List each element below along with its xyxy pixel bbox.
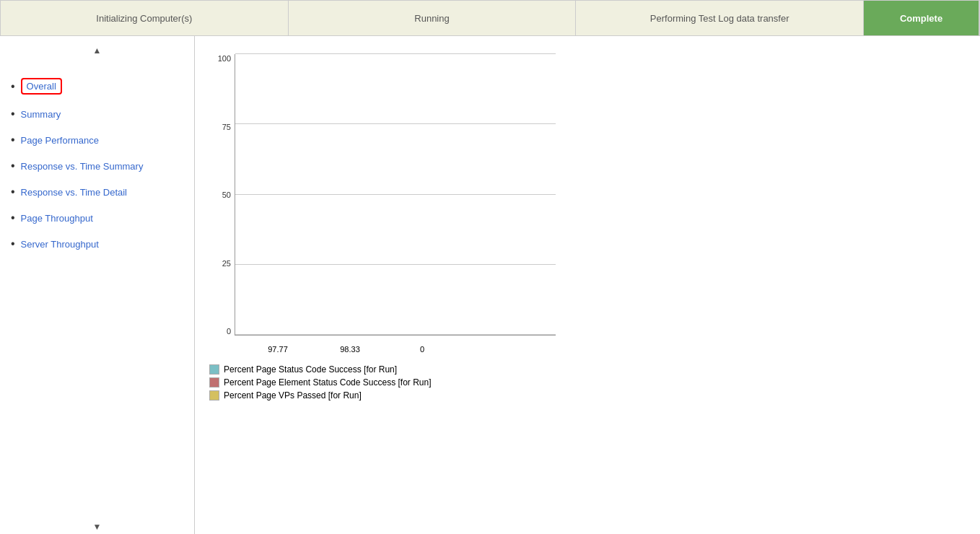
bars-area bbox=[250, 54, 548, 335]
sidebar-nav: • Overall • Summary • Page Performance •… bbox=[0, 58, 194, 271]
nav-bullet: • bbox=[11, 237, 15, 250]
nav-link-response-time-summary[interactable]: Response vs. Time Summary bbox=[21, 161, 144, 172]
scroll-up-button[interactable]: ▲ bbox=[0, 43, 194, 58]
step-initializing: Initializing Computer(s) bbox=[1, 1, 289, 35]
nav-item-server-throughput: • Server Throughput bbox=[11, 237, 183, 250]
nav-link-response-time-detail[interactable]: Response vs. Time Detail bbox=[21, 187, 127, 198]
chart-container: 100 75 50 25 0 bbox=[209, 54, 556, 357]
chart-y-axis: 100 75 50 25 0 bbox=[209, 54, 235, 336]
x-label-1: 97.77 bbox=[249, 345, 307, 354]
top-bar: Initializing Computer(s) Running Perform… bbox=[0, 0, 980, 36]
nav-bullet: • bbox=[11, 159, 15, 172]
active-box: Overall bbox=[21, 78, 62, 95]
nav-item-page-performance: • Page Performance bbox=[11, 134, 183, 146]
chart-plot bbox=[235, 54, 556, 336]
legend-item-3: Percent Page VPs Passed [for Run] bbox=[209, 390, 966, 400]
nav-bullet: • bbox=[11, 185, 15, 198]
legend-item-1: Percent Page Status Code Success [for Ru… bbox=[209, 364, 966, 375]
step-complete: Complete bbox=[864, 1, 979, 35]
legend-swatch-2 bbox=[209, 377, 219, 388]
scroll-down-button[interactable]: ▼ bbox=[0, 520, 194, 534]
nav-link-server-throughput[interactable]: Server Throughput bbox=[21, 239, 99, 250]
step-running: Running bbox=[289, 1, 577, 35]
nav-item-response-time-summary: • Response vs. Time Summary bbox=[11, 159, 183, 172]
chart-legend: Percent Page Status Code Success [for Ru… bbox=[209, 364, 966, 400]
nav-link-page-performance[interactable]: Page Performance bbox=[21, 135, 99, 146]
x-label-2: 98.33 bbox=[321, 345, 379, 354]
nav-item-response-time-detail: • Response vs. Time Detail bbox=[11, 185, 183, 198]
y-label-0: 0 bbox=[227, 327, 231, 336]
x-labels-row: 97.77 98.33 0 bbox=[235, 345, 556, 354]
nav-link-summary[interactable]: Summary bbox=[21, 109, 61, 120]
nav-bullet: • bbox=[11, 134, 15, 146]
nav-item-page-throughput: • Page Throughput bbox=[11, 211, 183, 224]
y-label-100: 100 bbox=[218, 54, 231, 63]
y-label-50: 50 bbox=[222, 191, 231, 199]
content-area: 100 75 50 25 0 bbox=[195, 36, 980, 534]
main-layout: ▲ • Overall • Summary • Page Performance… bbox=[0, 36, 980, 534]
nav-item-summary: • Summary bbox=[11, 108, 183, 121]
y-label-25: 25 bbox=[222, 259, 231, 268]
y-label-75: 75 bbox=[222, 123, 231, 131]
step-log-transfer: Performing Test Log data transfer bbox=[576, 1, 864, 35]
nav-item-overall: • Overall bbox=[11, 78, 183, 95]
nav-link-overall[interactable]: Overall bbox=[27, 81, 56, 92]
legend-label-2: Percent Page Element Status Code Success… bbox=[224, 377, 431, 388]
legend-swatch-3 bbox=[209, 390, 219, 400]
x-label-3: 0 bbox=[393, 345, 451, 354]
nav-bullet: • bbox=[11, 80, 15, 93]
nav-bullet: • bbox=[11, 108, 15, 121]
legend-swatch-1 bbox=[209, 364, 219, 375]
nav-link-page-throughput[interactable]: Page Throughput bbox=[21, 213, 93, 224]
nav-bullet: • bbox=[11, 211, 15, 224]
legend-label-3: Percent Page VPs Passed [for Run] bbox=[224, 390, 362, 400]
sidebar: ▲ • Overall • Summary • Page Performance… bbox=[0, 36, 195, 534]
legend-item-2: Percent Page Element Status Code Success… bbox=[209, 377, 966, 388]
legend-label-1: Percent Page Status Code Success [for Ru… bbox=[224, 364, 397, 375]
